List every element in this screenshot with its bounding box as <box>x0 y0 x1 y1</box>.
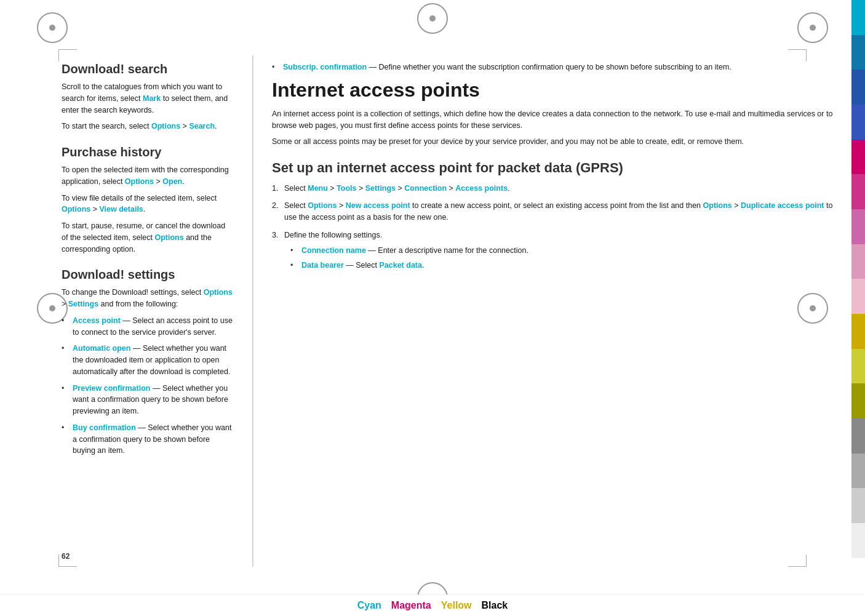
left-column: Download! search Scroll to the catalogue… <box>62 55 252 567</box>
purchase-history-title: Purchase history <box>62 145 234 159</box>
cyan-label: Cyan <box>357 600 381 611</box>
connection-label: Connection <box>404 184 447 193</box>
tab-blue2[interactable] <box>851 70 865 105</box>
tab-pink[interactable] <box>851 244 865 279</box>
black-label: Black <box>482 600 508 611</box>
subscript-confirmation-label: Subscrip. confirmation <box>283 63 367 71</box>
tab-lightgray <box>851 523 865 558</box>
options-ds: Options <box>204 288 233 297</box>
options-step2: Options <box>308 201 337 210</box>
step-num-1: 1. <box>272 183 278 194</box>
access-point-label: Access point <box>73 316 121 325</box>
download-settings-bullets: Access point — Select an access point to… <box>62 315 234 457</box>
download-search-para2: To start the search, select Options > Se… <box>62 121 234 132</box>
access-points-label: Access points <box>455 184 508 193</box>
mark-label: Mark <box>143 94 161 103</box>
data-bearer-label: Data bearer <box>301 261 344 270</box>
internet-access-points-title: Internet access points <box>272 79 847 101</box>
download-settings-title: Download! settings <box>62 267 234 282</box>
tab-lightpink[interactable] <box>851 279 865 314</box>
connection-name-label: Connection name <box>301 246 366 255</box>
download-search-section: Download! search Scroll to the catalogue… <box>62 62 234 132</box>
setup-title: Set up an internet access point for pack… <box>272 160 847 176</box>
bullet-automatic-open: Automatic open — Select whether you want… <box>62 343 234 377</box>
download-settings-section: Download! settings To change the Downloa… <box>62 267 234 457</box>
settings-ds: Settings <box>68 300 98 308</box>
yellow-label: Yellow <box>441 600 472 611</box>
corner-circle-top-right <box>797 12 828 43</box>
options-step2b: Options <box>703 201 732 210</box>
bullet-preview-confirmation: Preview confirmation — Select whether yo… <box>62 383 234 417</box>
step-num-2: 2. <box>272 200 278 212</box>
setup-numbered-list: 1. Select Menu > Tools > Settings > Conn… <box>272 183 847 272</box>
purchase-history-para2: To view file details of the selected ite… <box>62 193 234 216</box>
sub-bullet-connection-name: Connection name — Enter a descriptive na… <box>290 245 847 257</box>
bullet-subscript-confirmation: Subscrip. confirmation — Define whether … <box>272 62 847 73</box>
open-ph1: Open <box>162 177 182 186</box>
tab-gray1 <box>851 418 865 454</box>
view-details: View details <box>99 205 143 214</box>
main-content: Download! search Scroll to the catalogue… <box>62 55 847 567</box>
corner-circle-top-center <box>417 3 448 34</box>
tab-yellow1[interactable] <box>851 314 865 349</box>
duplicate-ap-label: Duplicate access point <box>741 201 824 210</box>
iap-para2: Some or all access points may be preset … <box>272 136 847 148</box>
subscription-bullets: Subscrip. confirmation — Define whether … <box>272 62 847 73</box>
bullet-buy-confirmation: Buy confirmation — Select whether you wa… <box>62 422 234 457</box>
download-search-para1: Scroll to the catalogues from which you … <box>62 81 234 116</box>
right-column: Subscrip. confirmation — Define whether … <box>253 55 847 567</box>
menu-label: Menu <box>308 184 328 193</box>
tab-gray3 <box>851 488 865 523</box>
preview-confirmation-label: Preview confirmation <box>73 384 150 393</box>
options-ph3: Options <box>154 233 183 242</box>
packet-data-label: Packet data <box>379 261 421 270</box>
step3-subbullets: Connection name — Enter a descriptive na… <box>290 245 847 272</box>
internet-access-points-section: Internet access points An internet acces… <box>272 79 847 148</box>
tab-magenta2[interactable] <box>851 174 865 209</box>
options-label-search: Options <box>151 122 180 130</box>
download-search-title: Download! search <box>62 62 234 76</box>
download-settings-intro: To change the Download! settings, select… <box>62 287 234 310</box>
settings-label-1: Settings <box>365 184 396 193</box>
tab-yellow3[interactable] <box>851 383 865 418</box>
corner-circle-top-left <box>37 12 68 43</box>
tab-magenta3[interactable] <box>851 209 865 244</box>
magenta-label: Magenta <box>391 600 431 611</box>
setup-step-2: 2. Select Options > New access point to … <box>272 200 847 223</box>
setup-step-3: 3. Define the following settings. Connec… <box>272 230 847 271</box>
new-access-point-label: New access point <box>346 201 410 210</box>
buy-confirmation-label: Buy confirmation <box>73 423 136 432</box>
options-ph1: Options <box>125 177 154 186</box>
bullet-access-point: Access point — Select an access point to… <box>62 315 234 338</box>
iap-para1: An internet access point is a collection… <box>272 108 847 132</box>
purchase-history-section: Purchase history To open the selected it… <box>62 145 234 255</box>
bottom-color-labels: Cyan Magenta Yellow Black <box>357 600 508 611</box>
bottom-bar: Cyan Magenta Yellow Black <box>0 594 865 616</box>
tab-blue1[interactable] <box>851 35 865 70</box>
search-label: Search <box>189 122 215 130</box>
tab-cyan[interactable] <box>851 0 865 35</box>
tab-magenta1[interactable] <box>851 140 865 175</box>
tab-gray2 <box>851 454 865 489</box>
setup-section: Set up an internet access point for pack… <box>272 160 847 271</box>
sub-bullet-data-bearer: Data bearer — Select Packet data. <box>290 260 847 271</box>
options-ph2: Options <box>62 205 90 214</box>
setup-step-1: 1. Select Menu > Tools > Settings > Conn… <box>272 183 847 194</box>
tools-label: Tools <box>337 184 356 193</box>
step-num-3: 3. <box>272 230 278 241</box>
tab-blue3[interactable] <box>851 105 865 140</box>
automatic-open-label: Automatic open <box>73 344 130 353</box>
tab-yellow2[interactable] <box>851 349 865 384</box>
purchase-history-para1: To open the selected item with the corre… <box>62 164 234 188</box>
right-tab-strips <box>851 0 865 616</box>
purchase-history-para3: To start, pause, resume, or cancel the d… <box>62 220 234 255</box>
